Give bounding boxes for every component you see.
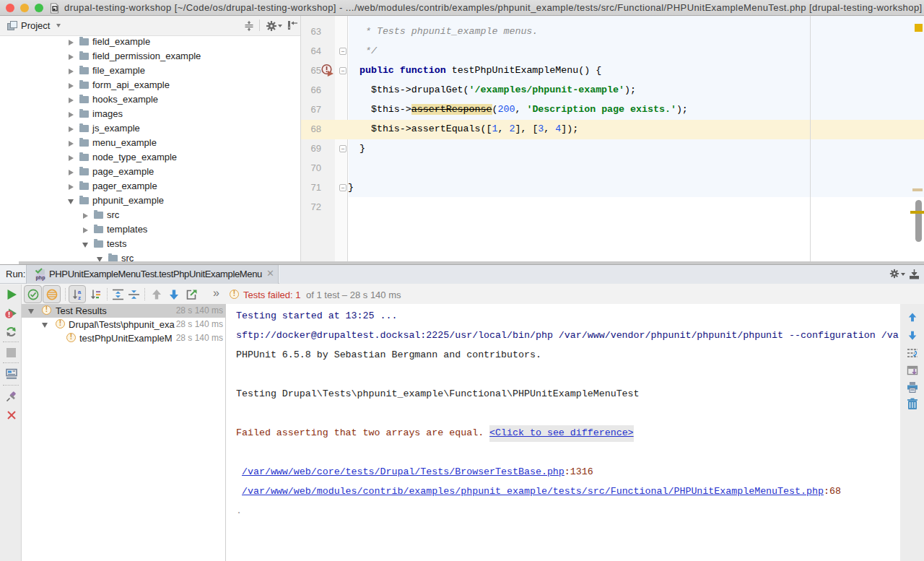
svg-text:z: z bbox=[78, 295, 81, 300]
svg-text:php: php bbox=[36, 275, 45, 281]
